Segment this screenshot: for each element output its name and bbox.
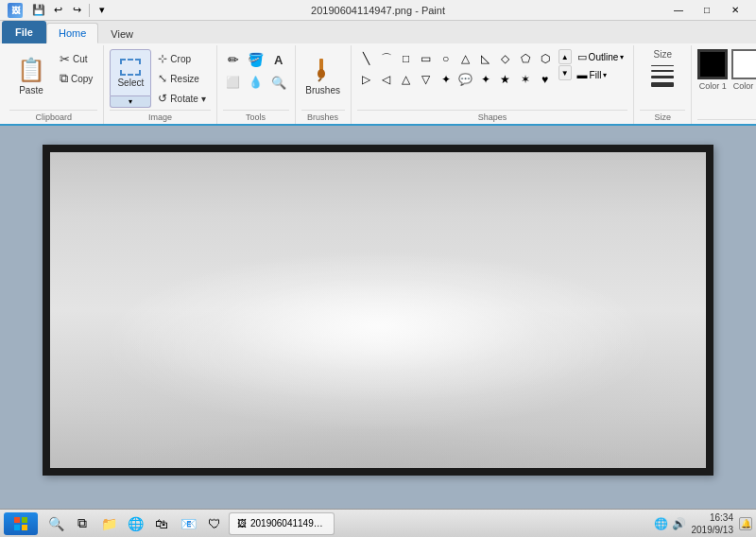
paint-canvas[interactable] xyxy=(43,145,713,476)
select-icon xyxy=(120,59,141,76)
svg-line-2 xyxy=(318,78,321,81)
maximize-button[interactable]: □ xyxy=(694,2,720,19)
image-buttons: ⊹ Crop ⤡ Resize ↺ Rotate ▾ xyxy=(153,49,210,108)
cut-label: Cut xyxy=(73,54,88,64)
color1-swatch[interactable] xyxy=(697,49,728,79)
taskbar-explorer[interactable]: 📁 xyxy=(96,512,121,535)
shape-right-triangle[interactable]: ◺ xyxy=(476,49,495,68)
size-line-4[interactable] xyxy=(651,82,674,87)
clipboard-group: 📋 Paste ✂ Cut ⧉ Copy Clipboard xyxy=(4,45,104,124)
clipboard-right: ✂ Cut ⧉ Copy xyxy=(55,49,97,88)
canvas-wrapper xyxy=(0,126,756,494)
pencil-button[interactable]: ✏ xyxy=(223,49,244,70)
volume-icon[interactable]: 🔊 xyxy=(672,517,686,530)
app-icon: 🖼 xyxy=(8,3,23,18)
color-picker-button[interactable]: 💧 xyxy=(246,72,266,93)
shape-hexagon[interactable]: ⬡ xyxy=(536,49,555,68)
shape-rounded-rect[interactable]: ▭ xyxy=(417,49,436,68)
taskbar-paint-app[interactable]: 🖼 20190604114947... xyxy=(229,512,335,535)
outline-button[interactable]: ▭ Outline ▾ xyxy=(574,49,628,65)
shape-heart[interactable]: ♥ xyxy=(536,70,555,89)
close-button[interactable]: ✕ xyxy=(722,2,748,19)
minimize-button[interactable]: — xyxy=(665,2,692,19)
shape-star6[interactable]: ✶ xyxy=(516,70,535,89)
tab-file[interactable]: File xyxy=(2,21,46,43)
crop-button[interactable]: ⊹ Crop xyxy=(153,49,210,68)
shapes-scroll: ▲ ▼ xyxy=(558,49,572,80)
shapes-grid: ╲ ⌒ □ ▭ ○ △ ◺ ◇ ⬠ ⬡ xyxy=(357,49,555,68)
clock-date: 2019/9/13 xyxy=(692,524,734,536)
zoom-button[interactable]: 🔍 xyxy=(268,72,289,93)
brushes-button[interactable]: Brushes xyxy=(301,49,345,102)
taskbar-store[interactable]: 🛍 xyxy=(149,512,174,535)
shape-ellipse[interactable]: ○ xyxy=(437,49,455,68)
brushes-group-label: Brushes xyxy=(301,110,345,124)
shape-arrow-up[interactable]: △ xyxy=(397,70,416,89)
save-button[interactable]: 💾 xyxy=(30,2,47,19)
shape-line[interactable]: ╲ xyxy=(357,49,376,68)
fill-btn[interactable]: ▬ Fill ▾ xyxy=(574,67,628,82)
taskbar-task-view[interactable]: ⧉ xyxy=(70,512,94,535)
shape-diamond[interactable]: ◇ xyxy=(496,49,515,68)
rotate-button[interactable]: ↺ Rotate ▾ xyxy=(153,89,210,108)
select-dropdown-button[interactable]: ▾ xyxy=(110,96,151,108)
shape-4arrow[interactable]: ✦ xyxy=(437,70,455,89)
size-line-1[interactable] xyxy=(651,65,674,66)
shapes-content: ╲ ⌒ □ ▭ ○ △ ◺ ◇ ⬠ ⬡ ▷ ◁ xyxy=(357,47,628,110)
size-group-label: Size xyxy=(640,110,685,124)
size-line-3[interactable] xyxy=(651,76,674,78)
select-label: Select xyxy=(117,78,144,88)
select-button[interactable]: Select xyxy=(110,49,151,96)
tab-view[interactable]: View xyxy=(98,23,146,43)
taskbar-browser[interactable]: 🌐 xyxy=(123,512,147,535)
shape-curve[interactable]: ⌒ xyxy=(377,49,396,68)
shape-pentagon[interactable]: ⬠ xyxy=(516,49,535,68)
taskbar-search[interactable]: 🔍 xyxy=(43,512,68,535)
shape-star5[interactable]: ★ xyxy=(496,70,515,89)
shape-star4[interactable]: ✦ xyxy=(476,70,495,89)
cut-button[interactable]: ✂ Cut xyxy=(55,49,97,68)
undo-button[interactable]: ↩ xyxy=(49,2,66,19)
shape-triangle[interactable]: △ xyxy=(456,49,475,68)
eraser-button[interactable]: ⬜ xyxy=(223,72,244,93)
select-button-wrap: Select ▾ xyxy=(110,49,151,108)
shape-rectangle[interactable]: □ xyxy=(397,49,416,68)
brushes-group: Brushes Brushes xyxy=(296,45,352,124)
fill-label: Fill xyxy=(590,70,602,80)
clipboard-group-label: Clipboard xyxy=(9,110,97,124)
taskbar-mail[interactable]: 📧 xyxy=(176,512,200,535)
redo-button[interactable]: ↪ xyxy=(68,2,85,19)
notification-button[interactable]: 🔔 xyxy=(739,517,752,530)
paste-label: Paste xyxy=(19,85,43,95)
size-line-2[interactable] xyxy=(651,70,674,72)
taskbar-pin1[interactable]: 🛡 xyxy=(202,512,227,535)
fill-dropdown-icon: ▾ xyxy=(603,71,607,79)
taskbar: 🔍 ⧉ 📁 🌐 🛍 📧 🛡 🖼 20190604114947... 🌐 🔊 16… xyxy=(0,509,756,537)
taskbar-clock[interactable]: 16:34 2019/9/13 xyxy=(692,511,734,536)
text-button[interactable]: A xyxy=(268,49,289,70)
shape-callout[interactable]: 💬 xyxy=(456,70,475,89)
shapes-scroll-up[interactable]: ▲ xyxy=(558,49,572,64)
fill-button[interactable]: 🪣 xyxy=(246,49,266,70)
size-content: Size xyxy=(640,47,685,110)
customize-quick-access-button[interactable]: ▾ xyxy=(94,2,111,19)
svg-rect-6 xyxy=(22,525,27,530)
paste-button[interactable]: 📋 Paste xyxy=(9,49,53,102)
shape-arrow-down[interactable]: ▽ xyxy=(417,70,436,89)
tools-grid: ✏ 🪣 A ⬜ 💧 🔍 xyxy=(223,49,289,93)
outline-label: Outline xyxy=(589,52,619,62)
fill-icon: ▬ xyxy=(577,69,588,80)
copy-icon: ⧉ xyxy=(60,71,68,86)
shape-arrow-right[interactable]: ▷ xyxy=(357,70,376,89)
tab-home[interactable]: Home xyxy=(46,23,98,43)
shape-arrow-left[interactable]: ◁ xyxy=(377,70,396,89)
copy-button[interactable]: ⧉ Copy xyxy=(55,69,97,88)
start-button[interactable] xyxy=(4,512,38,535)
color2-swatch[interactable] xyxy=(731,49,756,79)
shapes-scroll-down[interactable]: ▼ xyxy=(558,65,572,80)
image-group-label: Image xyxy=(110,110,210,124)
color2-wrap: Color 2 xyxy=(731,49,756,91)
outline-icon: ▭ xyxy=(577,51,587,63)
network-icon[interactable]: 🌐 xyxy=(654,517,668,530)
resize-button[interactable]: ⤡ Resize xyxy=(153,69,210,88)
